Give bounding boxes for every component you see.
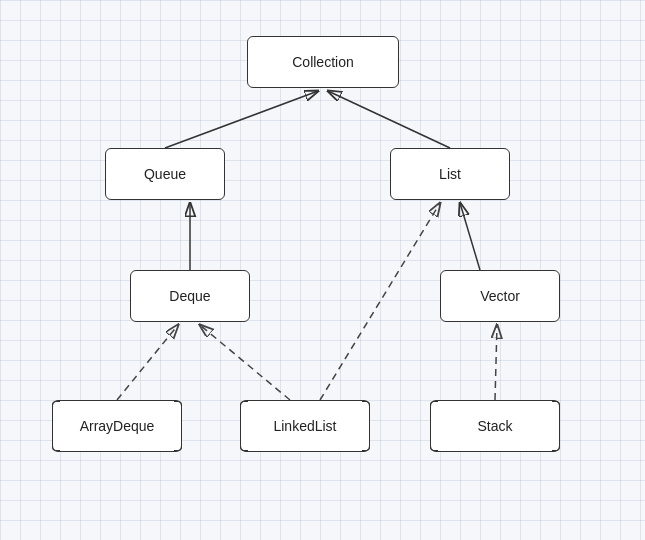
node-stack: Stack [430, 400, 560, 452]
diagram-canvas: Collection Queue List Deque Vector Array… [0, 0, 645, 540]
arrow-linkedlist-deque [200, 325, 290, 400]
node-arraydeque: ArrayDeque [52, 400, 182, 452]
arrow-queue-collection [165, 91, 318, 148]
node-collection-label: Collection [292, 54, 353, 70]
node-linkedlist-label: LinkedList [273, 418, 336, 434]
node-queue-label: Queue [144, 166, 186, 182]
node-deque: Deque [130, 270, 250, 322]
node-vector: Vector [440, 270, 560, 322]
arrow-list-collection [328, 91, 450, 148]
side-bar-right-linkedlist [362, 401, 370, 451]
arrow-stack-vector [495, 325, 497, 400]
node-deque-label: Deque [169, 288, 210, 304]
node-list-label: List [439, 166, 461, 182]
side-bar-right-stack [552, 401, 560, 451]
node-queue: Queue [105, 148, 225, 200]
node-arraydeque-label: ArrayDeque [80, 418, 155, 434]
node-linkedlist: LinkedList [240, 400, 370, 452]
node-stack-label: Stack [477, 418, 512, 434]
node-collection: Collection [247, 36, 399, 88]
side-bar-left-arraydeque [52, 401, 60, 451]
node-vector-label: Vector [480, 288, 520, 304]
arrow-vector-list [460, 203, 480, 270]
arrow-arraydeque-deque [117, 325, 178, 400]
side-bar-left-stack [430, 401, 438, 451]
arrow-linkedlist-list [320, 203, 440, 400]
side-bar-right-arraydeque [174, 401, 182, 451]
side-bar-left-linkedlist [240, 401, 248, 451]
node-list: List [390, 148, 510, 200]
